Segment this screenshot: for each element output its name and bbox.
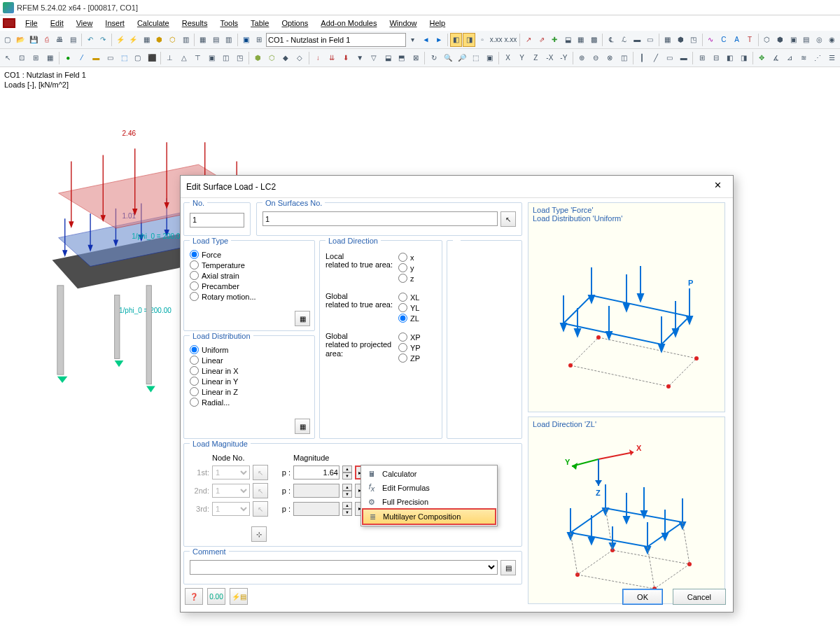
prev-icon[interactable]: ◄ [420, 33, 433, 47]
radio-rotary-motion[interactable]: Rotary motion... [190, 291, 309, 302]
t15-icon[interactable]: ↗ [522, 33, 535, 47]
save-icon[interactable]: 💾 [27, 33, 40, 47]
t24-icon[interactable]: ▭ [644, 33, 657, 47]
loadcase-combo[interactable] [266, 33, 406, 47]
lightning-icon[interactable]: ⚡▤ [230, 588, 248, 605]
s42-icon[interactable]: ⊗ [603, 51, 617, 65]
radio-dir-xl[interactable]: XL [398, 292, 419, 302]
s44-icon[interactable]: ┃ [635, 51, 648, 65]
radio-temperature[interactable]: Temperature [190, 260, 309, 270]
s11-icon[interactable]: ⬛ [145, 51, 158, 65]
s13-icon[interactable]: △ [177, 51, 190, 65]
tool5-icon[interactable]: ⬡ [167, 33, 179, 47]
t37-icon[interactable]: ◉ [826, 33, 839, 47]
s27-icon[interactable]: ⬓ [382, 51, 395, 65]
t23-icon[interactable]: ▬ [631, 33, 643, 47]
tool6-icon[interactable]: ▥ [179, 33, 192, 47]
t33-icon[interactable]: ⬢ [774, 33, 787, 47]
magnitude-spinner-1[interactable]: ▲▼ [342, 465, 352, 479]
axis-y-icon[interactable]: Y [515, 51, 528, 65]
s3-icon[interactable]: ⊞ [29, 51, 43, 65]
toggle-b-icon[interactable]: ◨ [463, 33, 475, 47]
menu-insert[interactable]: Insert [99, 18, 130, 29]
s15-icon[interactable]: ▣ [205, 51, 218, 65]
zoom-out-icon[interactable]: 🔎 [455, 51, 468, 65]
no-input[interactable] [190, 213, 244, 227]
radio-radial[interactable]: Radial... [190, 397, 309, 407]
next-icon[interactable]: ► [433, 33, 445, 47]
s23-icon[interactable]: ⇊ [326, 51, 339, 65]
t12-icon[interactable]: ▫ [476, 33, 489, 47]
radio-dir-yl[interactable]: YL [398, 302, 419, 313]
tool8-icon[interactable]: ▤ [209, 33, 222, 47]
menu-multilayer-composition[interactable]: ≣Multilayer Composition [362, 508, 496, 525]
s33-icon[interactable]: ⬚ [469, 51, 482, 65]
t30-icon[interactable]: A [731, 33, 743, 47]
s2-icon[interactable]: ⊡ [15, 51, 29, 65]
load-type-more-icon[interactable]: ▦ [295, 311, 310, 326]
t34-icon[interactable]: ▣ [787, 33, 799, 47]
t35-icon[interactable]: ▤ [800, 33, 813, 47]
help-icon[interactable]: ❓ [185, 588, 203, 605]
s19-icon[interactable]: ⬡ [265, 51, 279, 65]
radio-uniform[interactable]: Uniform [190, 344, 309, 355]
axis-nx-icon[interactable]: -X [543, 51, 556, 65]
tool4-icon[interactable]: ⬢ [153, 33, 166, 47]
s50-icon[interactable]: ◧ [723, 51, 736, 65]
radio-linear-y[interactable]: Linear in Y [190, 376, 309, 386]
menu-view[interactable]: View [71, 18, 99, 29]
s46-icon[interactable]: ▭ [663, 51, 676, 65]
save-all-icon[interactable]: ⎙ [41, 33, 53, 47]
menu-help[interactable]: Help [424, 18, 451, 29]
menu-results[interactable]: Results [176, 18, 214, 29]
menu-edit[interactable]: Edit [45, 18, 69, 29]
radio-force[interactable]: Force [190, 249, 309, 260]
menu-window[interactable]: Window [384, 18, 422, 29]
t20-icon[interactable]: ▩ [588, 33, 601, 47]
axis-z-icon[interactable]: Z [529, 51, 542, 65]
radio-dir-zl[interactable]: ZL [398, 313, 419, 323]
t29-icon[interactable]: C [718, 33, 730, 47]
tool-icon[interactable]: ⚡ [114, 33, 127, 47]
zoom-in-icon[interactable]: 🔍 [441, 51, 454, 65]
t14-icon[interactable]: x.xx [504, 33, 518, 47]
s26-icon[interactable]: ▽ [368, 51, 381, 65]
s22-icon[interactable]: ↓ [312, 51, 325, 65]
comment-input[interactable] [190, 560, 498, 575]
tool7-icon[interactable]: ▦ [197, 33, 209, 47]
combo-drop-icon[interactable]: ▾ [407, 33, 419, 47]
s41-icon[interactable]: ⊖ [589, 51, 603, 65]
radio-dir-x[interactable]: x [398, 252, 414, 262]
undo-icon[interactable]: ↶ [84, 33, 97, 47]
s14-icon[interactable]: ⊤ [191, 51, 204, 65]
radio-dir-yp[interactable]: YP [398, 342, 421, 353]
menu-addon[interactable]: Add-on Modules [315, 18, 382, 29]
radio-dir-xp[interactable]: XP [398, 332, 421, 342]
toggle-a-icon[interactable]: ◧ [450, 33, 463, 47]
cursor-icon[interactable]: ↖ [1, 51, 15, 65]
units-icon[interactable]: 0.00 [207, 588, 225, 605]
s51-icon[interactable]: ◨ [737, 51, 750, 65]
new-icon[interactable]: ▢ [1, 33, 14, 47]
s8-icon[interactable]: ▭ [104, 51, 117, 65]
t36-icon[interactable]: ◎ [813, 33, 826, 47]
doc-icon[interactable]: ▤ [66, 33, 79, 47]
radio-linear[interactable]: Linear [190, 355, 309, 365]
menu-full-precision[interactable]: ⚙Full Precision [363, 495, 496, 509]
tool11-icon[interactable]: ⊞ [253, 33, 265, 47]
cancel-button[interactable]: Cancel [673, 589, 726, 605]
comment-library-icon[interactable]: ▤ [500, 560, 516, 575]
s5-icon[interactable]: ● [62, 51, 75, 65]
s9-icon[interactable]: ⬚ [118, 51, 131, 65]
s30-icon[interactable]: ↻ [427, 51, 440, 65]
s7-icon[interactable]: ▬ [90, 51, 103, 65]
radio-linear-z[interactable]: Linear in Z [190, 386, 309, 397]
t17-icon[interactable]: ✚ [549, 33, 561, 47]
extra-node-icon[interactable]: ⊹ [251, 526, 267, 542]
menu-file[interactable]: File [20, 18, 43, 29]
radio-dir-y[interactable]: y [398, 262, 414, 273]
tool3-icon[interactable]: ▦ [140, 33, 153, 47]
axis-ny-icon[interactable]: -Y [557, 51, 570, 65]
s24-icon[interactable]: ⬇ [340, 51, 353, 65]
s45-icon[interactable]: ╱ [649, 51, 662, 65]
